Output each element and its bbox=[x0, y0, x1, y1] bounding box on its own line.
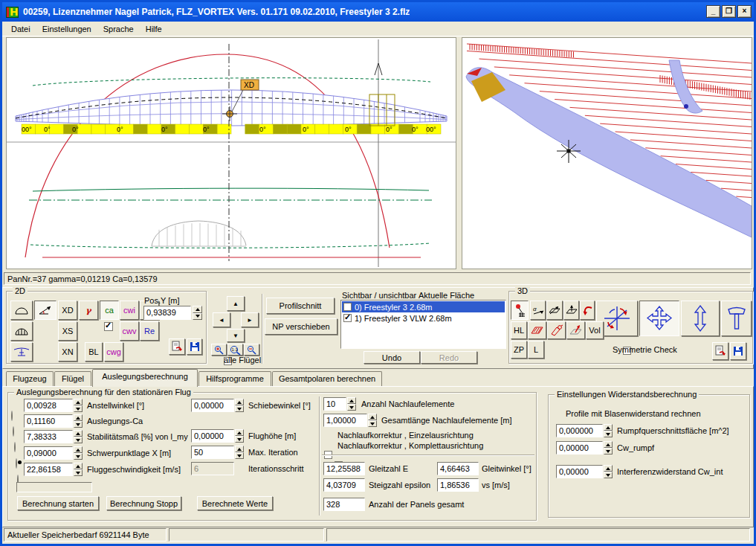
gamma-button[interactable]: γ bbox=[79, 301, 98, 320]
hl-button[interactable]: HL bbox=[511, 321, 527, 339]
max-iteration-spinner[interactable] bbox=[235, 446, 244, 459]
cw-int-spinner[interactable] bbox=[604, 465, 613, 478]
design-spinner-2[interactable] bbox=[74, 430, 83, 443]
tab-1[interactable]: Flügel bbox=[54, 371, 91, 387]
schiebewinkel-field[interactable]: 0,00000 bbox=[191, 399, 234, 412]
design-radio-1[interactable] bbox=[13, 426, 14, 437]
pan-left-button[interactable]: ◄ bbox=[213, 312, 230, 327]
design-value-field-0[interactable]: 0,00928 bbox=[24, 399, 73, 412]
design-value-field-3[interactable]: 0,09000 bbox=[24, 446, 73, 460]
design-spinner-0[interactable] bbox=[74, 399, 83, 412]
max-iteration-field[interactable]: 50 bbox=[191, 446, 234, 459]
panel-flow-button[interactable] bbox=[546, 301, 563, 320]
surface-list-item-0[interactable]: 0) Freestyler 3 2.68m bbox=[342, 301, 505, 312]
menu-item-1[interactable]: Einstellungen bbox=[36, 23, 97, 35]
surface-visible-checkbox-1[interactable] bbox=[343, 314, 352, 322]
menu-item-0[interactable]: Datei bbox=[5, 23, 36, 35]
pan-right-button[interactable]: ► bbox=[241, 312, 259, 327]
berechnung-starten-button[interactable]: Berechnung starten bbox=[17, 496, 99, 510]
flughoehe-field[interactable]: 0,00000 bbox=[191, 429, 234, 443]
close-button[interactable]: × bbox=[737, 5, 752, 18]
tab-0[interactable]: Flugzeug bbox=[6, 371, 54, 387]
re-button[interactable]: Re bbox=[140, 321, 159, 341]
berechnung-stopp-button[interactable]: Berechnung Stopp bbox=[106, 496, 181, 510]
zoom-out-button[interactable] bbox=[244, 344, 259, 356]
viewport-2d[interactable]: 00°0°0°0°0°0°0°0°0°0°0°00° XD bbox=[6, 37, 456, 269]
posy-field[interactable]: 0,93839 bbox=[143, 306, 191, 320]
alpha-view-button[interactable] bbox=[34, 301, 56, 320]
undo-button[interactable]: Undo bbox=[364, 351, 420, 364]
pan-up-button[interactable]: ▲ bbox=[227, 296, 245, 311]
design-radio-0[interactable] bbox=[11, 411, 13, 421]
ca-button[interactable]: ca bbox=[100, 301, 119, 320]
design-value-field-4[interactable]: 22,86158 bbox=[24, 463, 73, 476]
alpha-3d-button[interactable]: α bbox=[530, 301, 546, 320]
vol-button[interactable]: Vol bbox=[586, 321, 604, 339]
cwv-button[interactable]: cwv bbox=[120, 321, 139, 341]
design-radio-3[interactable] bbox=[16, 458, 17, 469]
title-bar[interactable]: H 00259, Lizenznehmer Nagel Patrick, FLZ… bbox=[2, 2, 754, 22]
panel-normal-button[interactable] bbox=[563, 301, 579, 320]
tab-4[interactable]: Gesamtpolaren berechnen bbox=[272, 371, 382, 387]
build-button[interactable] bbox=[721, 301, 752, 336]
maximize-button[interactable]: ❐ bbox=[722, 5, 736, 18]
normal-panels-button[interactable] bbox=[566, 321, 585, 339]
berechnete-werte-button[interactable]: Berechnete Werte bbox=[197, 496, 273, 510]
rumpfflaeche-field[interactable]: 0,000000 bbox=[556, 424, 603, 437]
cw-rumpf-spinner[interactable] bbox=[604, 441, 613, 455]
menu-item-3[interactable]: Hilfe bbox=[140, 23, 168, 35]
cwg-button[interactable]: cwg bbox=[104, 342, 123, 362]
zoom-in-button[interactable] bbox=[211, 344, 227, 356]
save-3d-button[interactable] bbox=[730, 342, 746, 360]
redo-button[interactable]: Redo bbox=[421, 351, 477, 364]
design-spinner-1[interactable] bbox=[74, 414, 83, 428]
xs-button[interactable]: XS bbox=[58, 321, 77, 341]
zoom-one-button[interactable]: 1:1 bbox=[227, 344, 243, 356]
surface-visible-checkbox-0[interactable] bbox=[343, 303, 352, 311]
move-z-button[interactable] bbox=[681, 301, 720, 336]
copy-3d-button[interactable] bbox=[712, 342, 728, 360]
surface-list[interactable]: 0) Freestyler 3 2.68m1) Freestyler 3 VLW… bbox=[340, 300, 506, 349]
xd-button[interactable]: XD bbox=[58, 301, 77, 320]
zp-button[interactable]: ZP bbox=[511, 341, 527, 359]
tab-3[interactable]: Hilfsprogramme bbox=[198, 371, 271, 387]
rumpfflaeche-spinner[interactable] bbox=[604, 424, 613, 437]
ca-checkbox[interactable] bbox=[104, 322, 113, 331]
canopy-view-button[interactable] bbox=[10, 301, 33, 320]
copy-2d-button[interactable] bbox=[169, 338, 185, 355]
tab-2[interactable]: Auslegungsberechnung bbox=[92, 369, 198, 387]
profilschnitt-button[interactable]: Profilschnitt bbox=[266, 298, 335, 314]
cw-rumpf-field[interactable]: 0,00000 bbox=[556, 441, 603, 455]
save-2d-button[interactable] bbox=[187, 338, 202, 355]
design-spinner-4[interactable] bbox=[74, 463, 83, 476]
flughoehe-spinner[interactable] bbox=[235, 429, 244, 443]
move-3d-button[interactable] bbox=[639, 301, 679, 336]
surface-list-item-1[interactable]: 1) Freestyler 3 VLW 2.68m bbox=[342, 312, 505, 324]
design-value-field-2[interactable]: 7,38333 bbox=[24, 430, 73, 443]
design-value-field-1[interactable]: 0,11160 bbox=[24, 414, 73, 428]
menu-item-2[interactable]: Sprache bbox=[97, 23, 140, 35]
laenge-nachlauf-field[interactable]: 1,00000 bbox=[323, 414, 367, 427]
paint-panels-button[interactable] bbox=[547, 321, 566, 339]
schiebewinkel-spinner[interactable] bbox=[235, 399, 244, 412]
cwi-button[interactable]: cwi bbox=[120, 301, 139, 320]
reset-view-button[interactable] bbox=[580, 301, 595, 320]
xn-button[interactable]: XN bbox=[58, 342, 77, 362]
anzahl-nachlauf-spinner[interactable] bbox=[347, 397, 356, 411]
np-verschieben-button[interactable]: NP verschieben bbox=[265, 318, 337, 335]
hangar-view-button[interactable] bbox=[10, 321, 33, 341]
viewport-3d[interactable] bbox=[462, 37, 752, 269]
laenge-nachlauf-spinner[interactable] bbox=[368, 414, 377, 427]
l-button[interactable]: L bbox=[528, 341, 544, 359]
pan-down-button[interactable]: ▼ bbox=[227, 329, 245, 342]
bl-button[interactable]: BL bbox=[85, 342, 103, 362]
posy-spinner[interactable] bbox=[193, 306, 202, 320]
pin-panels-button[interactable] bbox=[511, 301, 529, 320]
minimize-button[interactable]: _ bbox=[706, 5, 720, 18]
anzahl-nachlauf-field[interactable]: 10 bbox=[323, 397, 346, 411]
design-spinner-3[interactable] bbox=[74, 446, 83, 460]
hatch-panels-button[interactable] bbox=[528, 321, 546, 339]
wing-front-view-button[interactable] bbox=[10, 342, 33, 362]
design-radio-2[interactable] bbox=[14, 442, 16, 452]
cw-int-field[interactable]: 0,00000 bbox=[556, 465, 603, 478]
